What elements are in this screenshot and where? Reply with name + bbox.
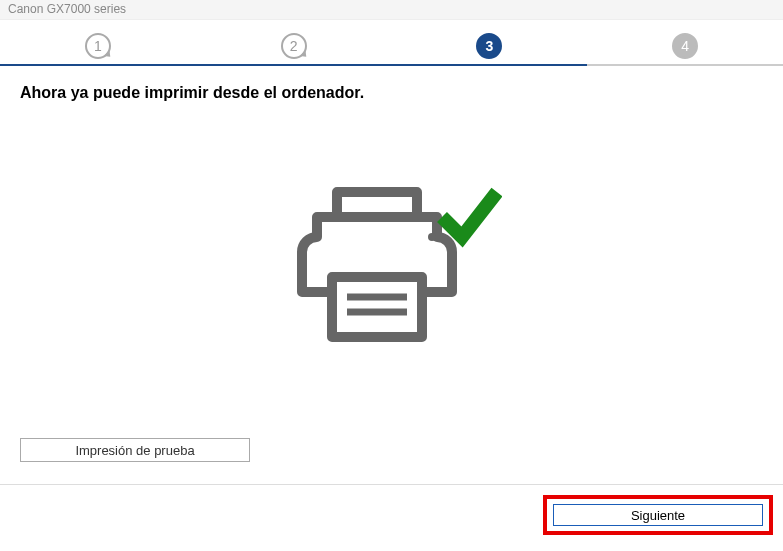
printer-success-icon	[282, 182, 502, 362]
step-3-circle: 3	[476, 33, 502, 59]
step-4-label: 4	[681, 38, 689, 54]
step-3: 3	[392, 33, 588, 59]
step-done-arrow-icon	[300, 50, 309, 59]
step-1-circle: 1	[85, 33, 111, 59]
progress-stepper: 1 2 3 4	[0, 26, 783, 66]
window-title: Canon GX7000 series	[8, 2, 126, 16]
status-message: Ahora ya puede imprimir desde el ordenad…	[20, 84, 763, 102]
step-2-label: 2	[290, 38, 298, 54]
printer-illustration	[20, 182, 763, 362]
svg-point-2	[428, 233, 436, 241]
step-1: 1	[0, 33, 196, 59]
step-2: 2	[196, 33, 392, 59]
step-done-arrow-icon	[104, 50, 113, 59]
step-1-label: 1	[94, 38, 102, 54]
step-4-circle: 4	[672, 33, 698, 59]
test-print-button[interactable]: Impresión de prueba	[20, 438, 250, 462]
checkmark-icon	[442, 192, 497, 237]
window-titlebar: Canon GX7000 series	[0, 0, 783, 20]
next-button[interactable]: Siguiente	[553, 504, 763, 526]
footer-bar: Siguiente	[0, 484, 783, 551]
step-3-label: 3	[485, 38, 493, 54]
next-button-highlight: Siguiente	[543, 495, 773, 535]
step-2-circle: 2	[281, 33, 307, 59]
main-content: Ahora ya puede imprimir desde el ordenad…	[0, 66, 783, 466]
printer-icon	[302, 192, 452, 337]
step-4: 4	[587, 33, 783, 59]
